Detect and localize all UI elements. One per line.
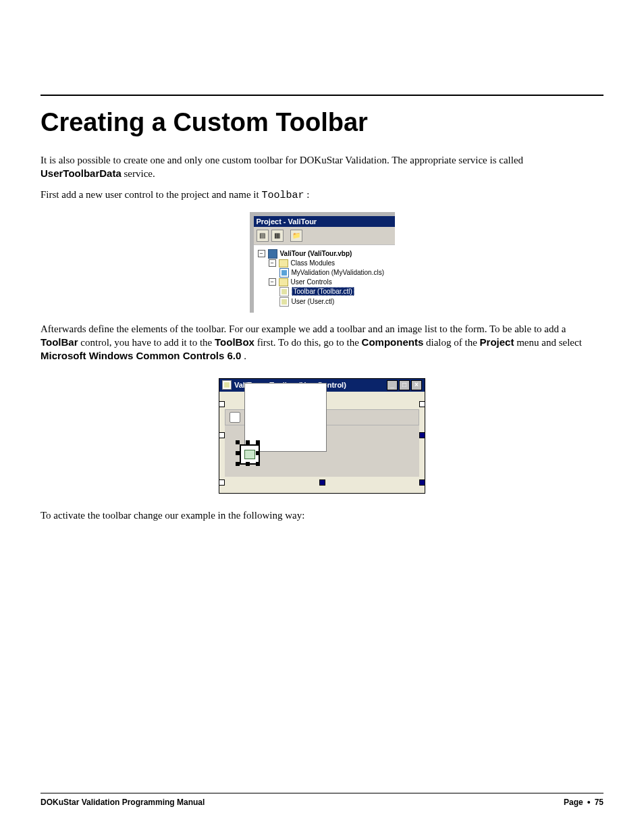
text: first. To do this, go to the: [257, 337, 362, 348]
resize-handle: [419, 479, 425, 486]
paragraph-3: Afterwards define the elements of the to…: [41, 322, 603, 363]
collapse-icon: −: [269, 259, 276, 267]
footer-manual-title: DOKuStar Validation Programming Manual: [41, 798, 205, 807]
service-name: UserToolbarData: [41, 167, 122, 179]
selection-handle: [246, 440, 250, 444]
resize-handle: [219, 479, 225, 486]
text: :: [306, 189, 309, 200]
view-code-icon: ▤: [257, 230, 269, 242]
tree-item-class: MyValidation (MyValidation.cls): [258, 268, 392, 278]
usercontrol-icon: [279, 297, 289, 307]
paragraph-2: First add a new user control to the proj…: [41, 188, 603, 203]
collapse-icon: −: [269, 278, 276, 286]
footer-page-label: Page: [564, 798, 583, 807]
term-components: Components: [362, 336, 424, 348]
usercontrol-icon: [222, 380, 232, 390]
minimize-button-icon: _: [387, 380, 398, 390]
tree-root-label: ValiTour (ValiTour.vbp): [280, 250, 352, 257]
term-common-controls: Microsoft Windows Common Controls 6.0: [41, 350, 241, 361]
maximize-button-icon: □: [399, 380, 410, 390]
resize-handle: [219, 432, 225, 438]
text: .: [244, 350, 246, 361]
figure-project-tree: Project - ValiTour ▤ ▦ 📁 − ValiTour (Val…: [250, 212, 395, 313]
resize-handle: [419, 432, 425, 438]
figure-usercontrol-designer: ValiTour - Toolbar (UserControl) _ □ ×: [219, 378, 425, 494]
selection-handle: [256, 440, 260, 444]
term-toolbox: ToolBox: [215, 336, 254, 348]
tree-item-label: User (User.ctl): [292, 298, 335, 305]
project-pane-title: Project - ValiTour: [254, 216, 395, 227]
imagelist-glyph-icon: [244, 450, 255, 459]
tree-folder-user-controls: − User Controls: [258, 278, 392, 287]
paragraph-1: It is also possible to create one and on…: [41, 153, 603, 181]
selection-handle: [256, 451, 260, 455]
tree-item-toolbar: Toolbar (Toolbar.ctl): [258, 287, 392, 297]
folder-view-icon: 📁: [290, 230, 302, 242]
term-toolbar: ToolBar: [41, 336, 78, 348]
text: First add a new user control to the proj…: [41, 189, 261, 200]
term-project-menu: Project: [480, 336, 514, 348]
usercontrol-icon: [279, 287, 289, 296]
tree-folder-class-modules: − Class Modules: [258, 259, 392, 268]
folder-icon: [279, 278, 288, 286]
designer-surface: [219, 392, 425, 493]
collapse-icon: −: [258, 250, 265, 257]
text: Afterwards define the elements of the to…: [41, 323, 566, 334]
folder-label: User Controls: [291, 278, 332, 286]
view-object-icon: ▦: [271, 230, 284, 242]
paragraph-4: To activate the toolbar change our examp…: [41, 509, 603, 522]
project-tree: − ValiTour (ValiTour.vbp) − Class Module…: [254, 245, 395, 313]
tree-item-user: User (User.ctl): [258, 297, 392, 307]
text: menu and select: [516, 337, 582, 348]
selection-handle: [256, 462, 260, 466]
tree-item-selected-label: Toolbar (Toolbar.ctl): [292, 287, 354, 296]
tree-root: − ValiTour (ValiTour.vbp): [258, 249, 392, 259]
selection-handle: [236, 451, 240, 455]
selection-handle: [236, 440, 240, 444]
page-footer: DOKuStar Validation Programming Manual P…: [41, 793, 603, 807]
resize-handle: [219, 401, 225, 407]
code-term: Toolbar: [261, 190, 304, 201]
project-icon: [268, 249, 277, 259]
project-pane-toolbar: ▤ ▦ 📁: [254, 227, 395, 245]
resize-handle: [319, 479, 325, 486]
bullet-icon: •: [587, 798, 591, 807]
text: It is also possible to create one and on…: [41, 155, 523, 165]
toolbar-control: [225, 409, 419, 425]
class-module-icon: [279, 268, 289, 278]
resize-handle: [419, 401, 425, 407]
text: dialog of the: [426, 337, 480, 348]
text: control, you have to add it to the: [80, 337, 215, 348]
tree-item-label: MyValidation (MyValidation.cls): [292, 269, 384, 276]
folder-label: Class Modules: [291, 259, 336, 267]
folder-icon: [279, 259, 288, 267]
new-doc-icon: [230, 412, 240, 423]
selection-handle: [236, 462, 240, 466]
text: service.: [124, 168, 155, 179]
selection-handle: [246, 462, 250, 466]
close-button-icon: ×: [411, 380, 422, 390]
footer-page-number: 75: [595, 798, 603, 807]
section-rule: [41, 95, 603, 96]
page-heading: Creating a Custom Toolbar: [41, 108, 603, 137]
